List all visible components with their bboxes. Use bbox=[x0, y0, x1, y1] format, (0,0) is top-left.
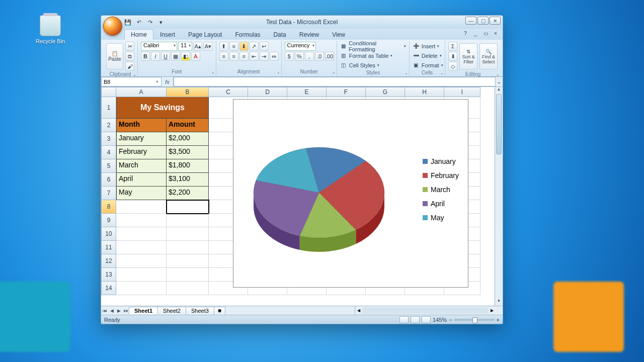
font-name-combo[interactable]: Calibri bbox=[141, 42, 177, 51]
cell-B9[interactable] bbox=[167, 214, 209, 227]
row-header-14[interactable]: 14 bbox=[101, 282, 116, 295]
merge-button[interactable]: ⇔ bbox=[270, 52, 279, 61]
column-header-I[interactable]: I bbox=[444, 87, 480, 97]
border-button[interactable]: ▦ bbox=[171, 52, 180, 61]
cell-B2[interactable]: Amount bbox=[167, 119, 209, 132]
qat-save-icon[interactable]: 💾 bbox=[123, 18, 132, 27]
name-box[interactable]: B8 bbox=[101, 77, 162, 86]
select-all-corner[interactable] bbox=[101, 87, 116, 97]
cell-A9[interactable] bbox=[116, 214, 167, 227]
cell-A8[interactable] bbox=[116, 200, 167, 214]
cell-B8[interactable] bbox=[167, 200, 209, 214]
increase-decimal-button[interactable]: .0 bbox=[315, 52, 324, 61]
align-right-button[interactable]: ≡ bbox=[239, 52, 249, 61]
row-header-1[interactable]: 1 bbox=[101, 97, 116, 119]
zoom-out-button[interactable]: − bbox=[449, 317, 452, 323]
conditional-formatting-button[interactable]: ▦Conditional Formatting bbox=[340, 42, 406, 50]
copy-button[interactable]: ⧉ bbox=[125, 52, 134, 61]
sheet-nav-next-icon[interactable]: ▶ bbox=[115, 308, 122, 313]
column-header-F[interactable]: F bbox=[327, 87, 366, 97]
row-header-3[interactable]: 3 bbox=[101, 132, 116, 146]
cut-button[interactable]: ✂ bbox=[125, 42, 134, 51]
desktop-recycle-bin[interactable]: Recycle Bin bbox=[35, 15, 65, 44]
minimize-button[interactable]: — bbox=[465, 17, 476, 25]
column-header-B[interactable]: B bbox=[167, 87, 209, 97]
percent-button[interactable]: % bbox=[295, 52, 304, 61]
cell-A2[interactable]: Month bbox=[116, 119, 167, 132]
scroll-left-icon[interactable]: ◀ bbox=[355, 308, 362, 313]
delete-cells-button[interactable]: ➖Delete bbox=[413, 51, 442, 60]
tab-home[interactable]: Home bbox=[124, 29, 153, 40]
cell-A14[interactable] bbox=[116, 282, 167, 295]
scroll-thumb[interactable] bbox=[496, 94, 502, 154]
cell-A11[interactable] bbox=[116, 241, 167, 254]
font-size-combo[interactable]: 11 bbox=[178, 42, 192, 51]
row-header-13[interactable]: 13 bbox=[101, 268, 116, 282]
tab-page-layout[interactable]: Page Layout bbox=[182, 29, 228, 40]
align-middle-button[interactable]: ≡ bbox=[229, 42, 238, 51]
expand-formula-bar-icon[interactable]: ⌄ bbox=[496, 77, 503, 86]
inner-restore-icon[interactable]: ▭ bbox=[481, 30, 490, 37]
row-header-11[interactable]: 11 bbox=[101, 241, 116, 254]
autosum-button[interactable]: Σ bbox=[448, 42, 457, 51]
column-header-D[interactable]: D bbox=[248, 87, 287, 97]
increase-font-button[interactable]: A▴ bbox=[193, 42, 202, 51]
decrease-decimal-button[interactable]: .00 bbox=[325, 52, 334, 61]
office-button[interactable] bbox=[103, 17, 122, 36]
new-sheet-button[interactable]: ✸ bbox=[214, 307, 225, 315]
align-bottom-button[interactable]: ⬇ bbox=[239, 42, 249, 51]
row-header-2[interactable]: 2 bbox=[101, 119, 116, 132]
cell-B10[interactable] bbox=[167, 227, 209, 241]
sheet-tab-3[interactable]: Sheet3 bbox=[186, 307, 214, 314]
sheet-nav-first-icon[interactable]: ⏮ bbox=[101, 308, 108, 313]
italic-button[interactable]: I bbox=[151, 52, 160, 61]
column-header-H[interactable]: H bbox=[405, 87, 444, 97]
cell-B14[interactable] bbox=[167, 282, 209, 295]
cell-B11[interactable] bbox=[167, 241, 209, 254]
cell-B5[interactable]: $1,800 bbox=[167, 159, 209, 173]
tab-view[interactable]: View bbox=[326, 29, 352, 40]
underline-button[interactable]: U bbox=[161, 52, 170, 61]
tab-data[interactable]: Data bbox=[267, 29, 292, 40]
comma-button[interactable]: , bbox=[305, 52, 314, 61]
view-normal-button[interactable] bbox=[399, 316, 409, 323]
qat-redo-icon[interactable]: ↷ bbox=[145, 18, 154, 27]
cell-B4[interactable]: $3,500 bbox=[167, 146, 209, 159]
column-header-E[interactable]: E bbox=[287, 87, 327, 97]
zoom-in-button[interactable]: + bbox=[497, 317, 500, 323]
qat-undo-icon[interactable]: ↶ bbox=[134, 18, 143, 27]
cell-A6[interactable]: April bbox=[116, 173, 167, 187]
cell-A12[interactable] bbox=[116, 254, 167, 268]
row-header-6[interactable]: 6 bbox=[101, 173, 116, 187]
scroll-up-icon[interactable]: ▲ bbox=[495, 87, 503, 94]
vertical-scrollbar[interactable]: ▲ ▼ bbox=[495, 87, 503, 306]
decrease-font-button[interactable]: A▾ bbox=[203, 42, 212, 51]
orientation-button[interactable]: ↗ bbox=[250, 42, 259, 51]
scroll-right-icon[interactable]: ▶ bbox=[489, 308, 496, 313]
horizontal-scrollbar[interactable]: ◀ ▶ bbox=[355, 306, 496, 315]
decrease-indent-button[interactable]: ⇤ bbox=[250, 52, 259, 61]
maximize-button[interactable]: ▢ bbox=[477, 17, 489, 25]
cell-A13[interactable] bbox=[116, 268, 167, 282]
row-header-5[interactable]: 5 bbox=[101, 159, 116, 173]
tab-review[interactable]: Review bbox=[293, 29, 326, 40]
row-header-9[interactable]: 9 bbox=[101, 214, 116, 227]
view-page-break-button[interactable] bbox=[422, 316, 431, 323]
fill-button[interactable]: ⬇ bbox=[448, 52, 457, 61]
cell-A5[interactable]: March bbox=[116, 159, 167, 173]
tab-formulas[interactable]: Formulas bbox=[228, 29, 267, 40]
inner-minimize-icon[interactable]: _ bbox=[471, 30, 479, 37]
align-center-button[interactable]: ≡ bbox=[229, 52, 238, 61]
fx-button[interactable]: fx bbox=[162, 77, 174, 86]
row-header-7[interactable]: 7 bbox=[101, 187, 116, 200]
help-icon[interactable]: ? bbox=[461, 30, 469, 37]
cell-B6[interactable]: $3,100 bbox=[167, 173, 209, 187]
qat-customize-icon[interactable]: ▾ bbox=[156, 18, 166, 27]
column-header-G[interactable]: G bbox=[366, 87, 405, 97]
wrap-text-button[interactable]: ↩ bbox=[260, 42, 269, 51]
embedded-pie-chart[interactable]: JanuaryFebruaryMarchAprilMay bbox=[233, 99, 468, 288]
cell-A7[interactable]: May bbox=[116, 187, 167, 200]
format-as-table-button[interactable]: ▥Format as Table bbox=[340, 51, 393, 60]
align-left-button[interactable]: ≡ bbox=[219, 52, 228, 61]
column-header-C[interactable]: C bbox=[209, 87, 248, 97]
